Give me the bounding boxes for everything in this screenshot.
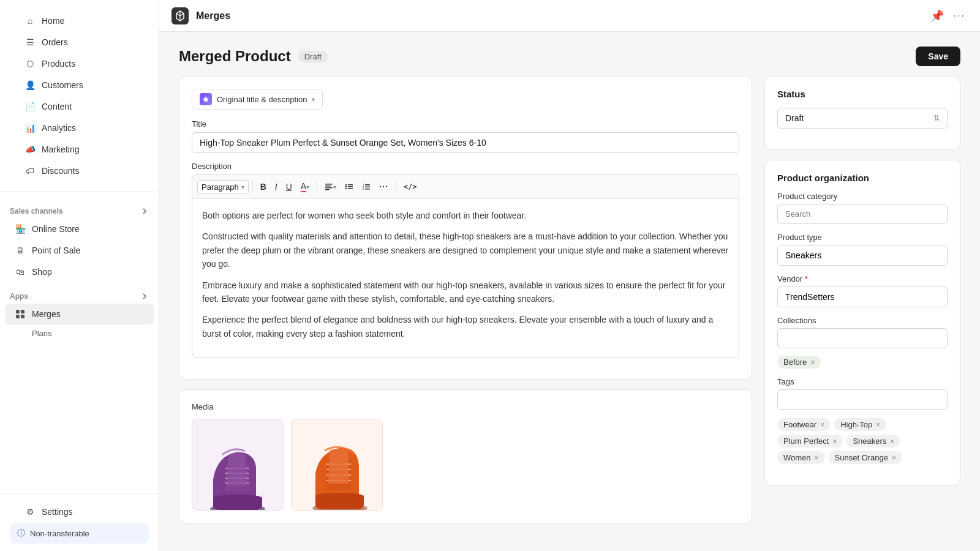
- sidebar-item-discounts[interactable]: 🏷 Discounts: [15, 160, 144, 181]
- app-logo: [172, 7, 189, 24]
- svg-rect-0: [16, 310, 20, 313]
- media-thumb-orange[interactable]: [291, 419, 383, 511]
- svg-rect-3: [21, 315, 24, 318]
- svg-point-11: [345, 186, 347, 187]
- sidebar-item-analytics[interactable]: 📊 Analytics: [15, 118, 144, 138]
- remove-tag-sunset-orange[interactable]: ×: [892, 454, 896, 462]
- description-para-2: Constructed with quality materials and a…: [202, 230, 729, 271]
- sidebar-item-orders[interactable]: ☰ Orders: [15, 32, 144, 53]
- svg-marker-4: [203, 96, 209, 102]
- tag-plum-perfect[interactable]: Plum Perfect ×: [777, 435, 843, 448]
- bold-button[interactable]: B: [257, 179, 270, 194]
- remove-tag-plum-perfect[interactable]: ×: [832, 437, 837, 446]
- sidebar-item-home[interactable]: ⌂ Home: [15, 10, 144, 31]
- pos-icon: 🖥: [15, 245, 26, 256]
- paragraph-select[interactable]: Paragraph ▾: [197, 180, 249, 194]
- right-column: Status Draft ⇅ Product organization Prod…: [764, 76, 960, 536]
- align-button[interactable]: ▾: [321, 180, 340, 193]
- page-title: Merged Product: [179, 48, 291, 65]
- vendor-label: Vendor *: [777, 274, 948, 283]
- svg-rect-5: [325, 184, 333, 185]
- sidebar-item-merges[interactable]: Merges: [5, 304, 154, 324]
- italic-button[interactable]: I: [271, 179, 281, 194]
- collections-input[interactable]: [777, 328, 948, 348]
- page-content: Merged Product Draft Save: [159, 32, 980, 551]
- editor-content[interactable]: Both options are perfect for women who s…: [192, 199, 739, 358]
- svg-rect-12: [348, 186, 353, 187]
- title-field-group: Title: [192, 119, 739, 153]
- sales-channels-label: Sales channels: [0, 202, 159, 218]
- ai-mode-button[interactable]: Original title & description ▾: [192, 89, 323, 110]
- svg-point-13: [345, 188, 347, 189]
- online-store-icon: 🏪: [15, 223, 26, 234]
- more-formats-button[interactable]: ···: [375, 179, 392, 194]
- product-type-label: Product type: [777, 233, 948, 242]
- editor-toolbar: Paragraph ▾ B I U A ▾: [192, 175, 739, 199]
- more-button[interactable]: ···: [951, 8, 968, 24]
- status-select[interactable]: Draft ⇅: [777, 108, 948, 129]
- description-para-4: Experience the perfect blend of elegance…: [202, 313, 729, 340]
- content-grid: Original title & description ▾ Title Des…: [179, 76, 960, 536]
- remove-tag-high-top[interactable]: ×: [876, 421, 880, 429]
- top-bar: Merges 📌 ···: [159, 0, 980, 32]
- remove-collection-before[interactable]: ×: [810, 358, 815, 367]
- svg-rect-14: [348, 188, 353, 189]
- collection-tag-before[interactable]: Before ×: [777, 356, 821, 369]
- non-transferable-banner[interactable]: ⓘ Non-transferable: [10, 523, 149, 544]
- product-category-label: Product category: [777, 192, 948, 201]
- sidebar-item-content[interactable]: 📄 Content: [15, 96, 144, 117]
- status-section-title: Status: [777, 89, 948, 99]
- sidebar-item-marketing[interactable]: 📣 Marketing: [15, 139, 144, 160]
- toolbar-divider-3: [396, 181, 396, 192]
- media-thumb-plum[interactable]: [192, 419, 284, 511]
- vendor-group: Vendor *: [777, 274, 948, 307]
- sidebar-item-online-store[interactable]: 🏪 Online Store: [5, 219, 154, 239]
- chevron-down-icon: ▾: [312, 96, 315, 103]
- sidebar-bottom: ⚙ Settings ⓘ Non-transferable: [0, 493, 159, 551]
- color-chevron-icon: ▾: [306, 184, 309, 190]
- pin-button[interactable]: 📌: [928, 7, 946, 25]
- code-view-button[interactable]: </>: [400, 180, 421, 193]
- remove-tag-sneakers[interactable]: ×: [890, 437, 894, 446]
- numbered-list-button[interactable]: 1. 2. 3.: [358, 180, 374, 193]
- tag-sneakers[interactable]: Sneakers ×: [846, 435, 900, 448]
- apps-label: Apps: [0, 287, 159, 303]
- underline-button[interactable]: U: [282, 179, 296, 194]
- sidebar-item-plans[interactable]: Plans: [5, 325, 154, 342]
- merges-icon: [15, 309, 26, 320]
- bullet-list-button[interactable]: [341, 180, 357, 193]
- svg-point-9: [345, 184, 347, 186]
- discounts-icon: 🏷: [24, 165, 36, 176]
- tag-high-top[interactable]: High-Top ×: [834, 418, 886, 431]
- tag-women[interactable]: Women ×: [777, 451, 825, 464]
- collections-group: Collections Before ×: [777, 316, 948, 369]
- customers-icon: 👤: [24, 80, 36, 91]
- remove-tag-women[interactable]: ×: [815, 454, 819, 462]
- sidebar-item-shop[interactable]: 🛍 Shop: [5, 261, 154, 282]
- svg-rect-1: [21, 310, 24, 313]
- sidebar-item-customers[interactable]: 👤 Customers: [15, 75, 144, 96]
- sidebar-item-point-of-sale[interactable]: 🖥 Point of Sale: [5, 240, 154, 261]
- remove-tag-footwear[interactable]: ×: [820, 421, 824, 429]
- marketing-icon: 📣: [24, 144, 36, 155]
- toolbar-divider-2: [317, 181, 317, 192]
- tag-sunset-orange[interactable]: Sunset Orange ×: [829, 451, 902, 464]
- save-button[interactable]: Save: [916, 47, 960, 66]
- sidebar-item-settings[interactable]: ⚙ Settings: [15, 501, 144, 522]
- product-category-input[interactable]: [777, 204, 948, 224]
- info-icon: ⓘ: [17, 528, 25, 539]
- sidebar-nav: Sales channels 🏪 Online Store 🖥 Point of…: [0, 192, 159, 493]
- title-input[interactable]: [192, 132, 739, 153]
- left-column: Original title & description ▾ Title Des…: [179, 76, 752, 536]
- tags-input[interactable]: [777, 389, 948, 410]
- vendor-input[interactable]: [777, 287, 948, 307]
- status-field-group: Draft ⇅: [777, 108, 948, 129]
- product-type-input[interactable]: [777, 245, 948, 266]
- tag-footwear[interactable]: Footwear ×: [777, 418, 831, 431]
- sidebar-item-products[interactable]: ⬡ Products: [15, 53, 144, 74]
- home-icon: ⌂: [24, 15, 36, 26]
- product-org-title: Product organization: [777, 173, 948, 183]
- svg-rect-2: [16, 315, 20, 318]
- text-color-button[interactable]: A ▾: [297, 179, 313, 195]
- status-chevron-icon: ⇅: [933, 114, 940, 122]
